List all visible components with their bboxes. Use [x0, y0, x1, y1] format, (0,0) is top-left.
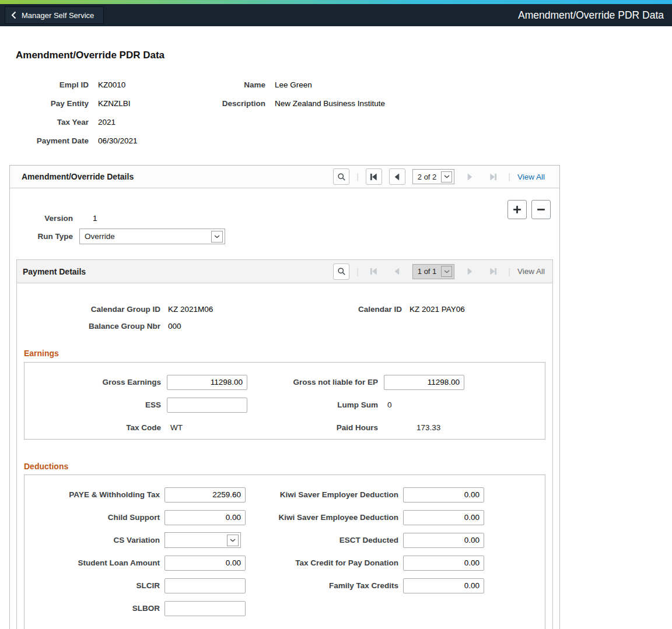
- ess-input[interactable]: [167, 398, 247, 413]
- deductions-row: Child Support Kiwi Saver Employee Deduct…: [24, 506, 545, 529]
- payment-date-value: 06/30/2021: [98, 131, 215, 150]
- name-value: Lee Green: [275, 75, 385, 94]
- add-row-icon: [512, 205, 522, 215]
- next-page-icon: [466, 173, 474, 181]
- deductions-heading: Deductions: [24, 462, 545, 471]
- pay-entity-label: Pay Entity: [16, 94, 89, 113]
- previous-page-button[interactable]: [389, 168, 405, 185]
- kiwi-saver-employee-input[interactable]: [403, 510, 484, 525]
- run-type-select[interactable]: Override: [79, 229, 225, 244]
- calendar-group-id-value: KZ 2021M06: [168, 301, 315, 318]
- previous-page-button: [389, 263, 405, 280]
- next-page-button: [461, 263, 478, 280]
- child-support-input[interactable]: [164, 510, 246, 525]
- gross-earnings-input[interactable]: [167, 375, 247, 390]
- slcir-input[interactable]: [164, 578, 246, 593]
- name-label: Name: [215, 75, 265, 94]
- ess-label: ESS: [24, 400, 161, 409]
- calendar-group-id-label: Calendar Group ID: [24, 301, 160, 318]
- first-page-button[interactable]: [366, 168, 382, 185]
- deductions-row: SLBOR: [24, 597, 545, 620]
- pay-entity-value: KZNZLBI: [98, 94, 215, 113]
- search-button[interactable]: [333, 168, 349, 185]
- paye-withholding-tax-label: PAYE & Withholding Tax: [24, 490, 160, 499]
- student-loan-amount-label: Student Loan Amount: [24, 558, 160, 567]
- version-label: Version: [10, 214, 73, 223]
- view-all-link[interactable]: View All: [517, 173, 545, 181]
- last-page-button: [485, 168, 501, 185]
- back-button-label: Manager Self Service: [22, 11, 94, 20]
- deductions-row: Student Loan Amount Tax Credit for Pay D…: [24, 551, 545, 574]
- back-button[interactable]: Manager Self Service: [5, 6, 104, 24]
- dropdown-arrow-icon: [441, 171, 452, 182]
- previous-page-icon: [393, 267, 401, 276]
- tax-code-label: Tax Code: [24, 423, 161, 432]
- page-number-value: 1 of 1: [413, 267, 442, 276]
- earnings-row: Tax Code WT Paid Hours 173.33: [24, 416, 545, 439]
- payment-date-label: Payment Date: [16, 131, 89, 150]
- deductions-box: PAYE & Withholding Tax Kiwi Saver Employ…: [24, 475, 545, 629]
- calendar-id-label: Calendar ID: [323, 301, 402, 318]
- child-support-label: Child Support: [24, 513, 160, 522]
- kiwi-saver-employee-label: Kiwi Saver Employee Deduction: [250, 513, 398, 522]
- empl-id-value: KZ0010: [98, 75, 215, 94]
- slbor-input[interactable]: [164, 601, 246, 616]
- tax-code-value: WT: [167, 423, 247, 432]
- tax-credit-pay-donation-input[interactable]: [403, 556, 484, 571]
- paid-hours-label: Paid Hours: [253, 423, 378, 432]
- family-tax-credits-input[interactable]: [403, 578, 484, 593]
- pager-separator: |: [356, 172, 359, 181]
- cs-variation-select[interactable]: [164, 532, 241, 548]
- earnings-heading: Earnings: [24, 349, 545, 358]
- amendment-details-header: Amendment/Override Details | 2 of 2: [10, 166, 559, 188]
- esct-deducted-input[interactable]: [403, 533, 484, 548]
- earnings-row: ESS Lump Sum 0: [24, 393, 545, 416]
- earnings-row: Gross Earnings Gross not liable for EP: [24, 371, 545, 393]
- esct-deducted-label: ESCT Deducted: [250, 536, 398, 544]
- next-page-icon: [466, 267, 474, 276]
- page-number-select: 1 of 1: [412, 264, 455, 279]
- payment-details-header: Payment Details | 1 of 1: [17, 260, 552, 283]
- description-label: Description: [215, 94, 265, 113]
- page-title: Amendment/Override PDR Data: [16, 50, 672, 61]
- search-button[interactable]: [333, 263, 349, 280]
- version-value: 1: [93, 214, 559, 223]
- page-number-select[interactable]: 2 of 2: [412, 169, 455, 184]
- family-tax-credits-label: Family Tax Credits: [250, 581, 398, 590]
- view-all-link: View All: [517, 267, 545, 276]
- top-gradient-strip: [0, 0, 672, 4]
- calendar-info: Calendar Group ID KZ 2021M06 Calendar ID…: [24, 301, 545, 335]
- student-loan-amount-input[interactable]: [164, 556, 246, 571]
- amendment-details-title: Amendment/Override Details: [22, 172, 134, 181]
- paye-withholding-tax-input[interactable]: [164, 487, 246, 503]
- header-info: Empl ID KZ0010 Pay Entity KZNZLBI Tax Ye…: [16, 75, 672, 150]
- deductions-row: SLCIR Family Tax Credits: [24, 574, 545, 597]
- add-row-button[interactable]: [508, 200, 527, 219]
- deductions-row: CS Variation ESCT Deducted: [24, 529, 545, 551]
- first-page-icon: [369, 173, 378, 181]
- remove-row-button[interactable]: [531, 200, 551, 219]
- kiwi-saver-employer-input[interactable]: [403, 487, 484, 503]
- first-page-button: [366, 263, 382, 280]
- page-number-value: 2 of 2: [413, 173, 442, 181]
- header-info-right: Name Lee Green Description New Zealand B…: [215, 75, 385, 150]
- tax-year-label: Tax Year: [16, 113, 89, 131]
- lump-sum-value: 0: [384, 400, 464, 409]
- payment-details-title: Payment Details: [23, 267, 86, 276]
- dropdown-arrow-icon: [227, 535, 239, 546]
- last-page-icon: [489, 173, 498, 181]
- gross-not-liable-input[interactable]: [384, 375, 464, 390]
- main-content: Amendment/Override PDR Data Empl ID KZ00…: [0, 50, 672, 629]
- calendar-id-value: KZ 2021 PAY06: [410, 301, 545, 318]
- payment-details-body: Calendar Group ID KZ 2021M06 Calendar ID…: [17, 283, 552, 629]
- balance-group-nbr-label: Balance Group Nbr: [24, 318, 160, 335]
- pager-separator: |: [508, 267, 510, 276]
- version-row: Version 1: [10, 210, 559, 226]
- run-type-value: Override: [80, 232, 120, 241]
- deductions-row: PAYE & Withholding Tax Kiwi Saver Employ…: [24, 483, 545, 506]
- search-icon: [337, 173, 346, 181]
- previous-page-icon: [393, 173, 401, 181]
- navbar: Manager Self Service Amendment/Override …: [0, 4, 672, 26]
- first-page-icon: [369, 267, 378, 276]
- remove-row-icon: [536, 205, 546, 215]
